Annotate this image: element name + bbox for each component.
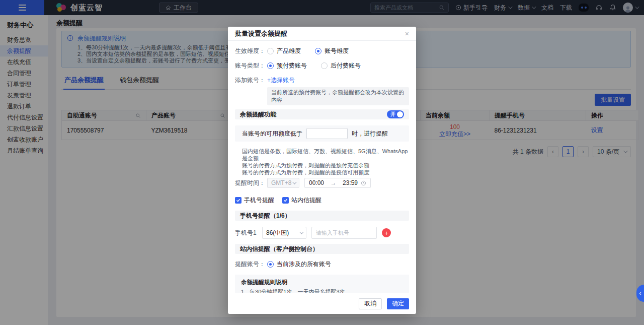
- timezone-select[interactable]: GMT+8: [267, 178, 299, 188]
- clock-icon: [361, 180, 366, 186]
- time-arrow: →: [327, 179, 340, 186]
- checkbox-checked-icon: [282, 197, 289, 204]
- note-line: 账号的付费方式为后付费，则提醒的是授信可用额度: [242, 169, 409, 176]
- select-account-link[interactable]: +选择账号: [267, 76, 409, 85]
- remind-time-row: 提醒时间： GMT+8 00:00 → 23:59: [235, 178, 409, 188]
- checkbox-checked-icon: [235, 197, 242, 204]
- add-account-note: 当前所选的预付费账号，余额提醒都会改为本次设置的内容: [267, 87, 409, 105]
- threshold-input[interactable]: [306, 128, 348, 139]
- remind-time-label: 提醒时间：: [235, 179, 267, 187]
- radio-selected-icon: [315, 48, 321, 54]
- modal-footer: 取消 确定: [228, 293, 416, 314]
- rule-line: 1、每30分钟提醒1次，一天内最多提醒3次。: [241, 289, 403, 293]
- modal-title: 批量设置余额提醒: [235, 29, 287, 38]
- note-line: 国内短信是条数，国际短信、万数、视频短信、5G消息、WhatsApp是金额: [242, 148, 409, 162]
- end-time: 23:59: [343, 179, 358, 186]
- radio-selected-icon: [267, 62, 274, 69]
- reminder-function-label: 余额提醒功能: [240, 110, 276, 119]
- phone-number-row: 手机号1 86(中国) +: [235, 227, 409, 239]
- inbox-section-title: 站内信提醒（客户侧控制台）: [240, 245, 318, 253]
- threshold-suffix: 时，进行提醒: [352, 129, 388, 138]
- checkbox-phone-reminder[interactable]: 手机号提醒: [235, 196, 274, 205]
- channel-checkboxes: 手机号提醒 站内信提醒: [235, 196, 409, 205]
- radio-icon: [321, 62, 328, 69]
- add-phone-button[interactable]: +: [382, 228, 391, 237]
- inbox-section-bar: 站内信提醒（客户侧控制台）: [235, 244, 409, 254]
- chevron-down-icon: [299, 230, 303, 234]
- time-range-picker[interactable]: 00:00 → 23:59: [304, 178, 371, 188]
- start-time: 00:00: [309, 179, 324, 186]
- reminder-function-bar: 余额提醒功能 开: [235, 109, 409, 119]
- radio-product-dimension[interactable]: 产品维度: [267, 47, 301, 55]
- threshold-prefix: 当账号的可用额度低于: [242, 129, 302, 138]
- remind-account-row: 提醒账号： 当前涉及的所有账号: [235, 260, 409, 269]
- add-account-label: 添加账号：: [235, 76, 267, 85]
- phone-row-label: 手机号1: [235, 229, 262, 237]
- cancel-button[interactable]: 取消: [359, 298, 382, 309]
- radio-postpaid-account[interactable]: 后付费账号: [321, 61, 361, 70]
- radio-prepaid-account[interactable]: 预付费账号: [267, 61, 307, 70]
- phone-section-bar: 手机号提醒（1/6）: [235, 211, 409, 221]
- dimension-row: 生效维度： 产品维度 账号维度: [235, 47, 409, 55]
- chevron-left-icon: ‹: [639, 290, 641, 297]
- rules-title: 余额提醒规则说明: [241, 279, 403, 286]
- modal-header: 批量设置余额提醒 ×: [228, 27, 416, 41]
- radio-account-dimension[interactable]: 账号维度: [315, 47, 349, 55]
- modal-rules-box: 余额提醒规则说明 1、每30分钟提醒1次，一天内最多提醒3次。 2、余额低于阈值…: [235, 275, 409, 293]
- note-line: 账号的付费方式为预付费，则提醒的是预付充值余额: [242, 162, 409, 169]
- phone-section-title: 手机号提醒（1/6）: [240, 212, 291, 220]
- radio-all-accounts[interactable]: 当前涉及的所有账号: [267, 260, 331, 269]
- threshold-notes: 国内短信是条数，国际短信、万数、视频短信、5G消息、WhatsApp是金额 账号…: [235, 148, 409, 176]
- modal-body: 生效维度： 产品维度 账号维度 账号类型： 预付费账号 后付费账号 添加账号： …: [228, 41, 416, 293]
- confirm-button[interactable]: 确定: [387, 298, 409, 309]
- batch-setting-modal: 批量设置余额提醒 × 生效维度： 产品维度 账号维度 账号类型： 预付费账号 后…: [228, 27, 416, 314]
- radio-icon: [267, 48, 274, 54]
- threshold-row: 当账号的可用额度低于 时，进行提醒: [235, 125, 409, 142]
- chevron-down-icon: [292, 180, 296, 184]
- account-type-label: 账号类型：: [235, 61, 267, 70]
- reminder-toggle[interactable]: 开: [387, 110, 404, 118]
- country-code-select[interactable]: 86(中国): [262, 227, 306, 239]
- phone-number-input[interactable]: [311, 227, 377, 239]
- close-icon[interactable]: ×: [405, 30, 409, 38]
- account-type-row: 账号类型： 预付费账号 后付费账号: [235, 61, 409, 70]
- remind-account-label: 提醒账号：: [235, 260, 267, 269]
- dimension-label: 生效维度：: [235, 47, 267, 55]
- checkbox-inbox-reminder[interactable]: 站内信提醒: [282, 196, 321, 205]
- add-account-row: 添加账号： +选择账号 当前所选的预付费账号，余额提醒都会改为本次设置的内容: [235, 76, 409, 105]
- radio-selected-icon: [267, 261, 274, 268]
